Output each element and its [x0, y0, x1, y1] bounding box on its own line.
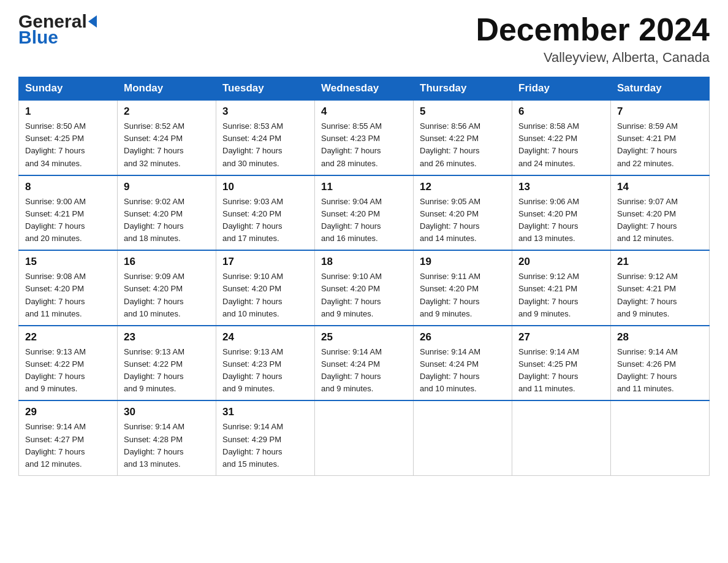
calendar-day-cell: 1Sunrise: 8:50 AM Sunset: 4:25 PM Daylig… [19, 100, 118, 175]
calendar-day-cell: 20Sunrise: 9:12 AM Sunset: 4:21 PM Dayli… [512, 250, 611, 326]
day-info: Sunrise: 9:04 AM Sunset: 4:20 PM Dayligh… [321, 197, 382, 243]
calendar-day-cell: 30Sunrise: 9:14 AM Sunset: 4:28 PM Dayli… [118, 400, 216, 475]
calendar-empty-cell [414, 400, 512, 475]
day-number: 29 [25, 406, 111, 418]
day-number: 25 [321, 331, 407, 343]
weekday-header-friday: Friday [512, 77, 611, 101]
day-number: 10 [222, 181, 308, 193]
day-info: Sunrise: 9:12 AM Sunset: 4:21 PM Dayligh… [518, 272, 579, 318]
calendar-day-cell: 14Sunrise: 9:07 AM Sunset: 4:20 PM Dayli… [611, 175, 710, 251]
day-info: Sunrise: 9:08 AM Sunset: 4:20 PM Dayligh… [25, 272, 86, 318]
calendar-day-cell: 23Sunrise: 9:13 AM Sunset: 4:22 PM Dayli… [118, 326, 216, 401]
calendar-week-row: 1Sunrise: 8:50 AM Sunset: 4:25 PM Daylig… [19, 100, 710, 175]
day-info: Sunrise: 8:59 AM Sunset: 4:21 PM Dayligh… [617, 121, 678, 167]
calendar-empty-cell [315, 400, 414, 475]
calendar-day-cell: 10Sunrise: 9:03 AM Sunset: 4:20 PM Dayli… [216, 175, 315, 251]
weekday-header-tuesday: Tuesday [216, 77, 315, 101]
logo: General Blue [18, 12, 97, 47]
calendar-empty-cell [512, 400, 611, 475]
weekday-header-row: SundayMondayTuesdayWednesdayThursdayFrid… [19, 77, 710, 101]
day-info: Sunrise: 9:14 AM Sunset: 4:24 PM Dayligh… [420, 347, 480, 393]
calendar-day-cell: 3Sunrise: 8:53 AM Sunset: 4:24 PM Daylig… [216, 100, 315, 175]
day-number: 16 [124, 256, 210, 268]
day-info: Sunrise: 9:03 AM Sunset: 4:20 PM Dayligh… [222, 197, 283, 243]
calendar-day-cell: 15Sunrise: 9:08 AM Sunset: 4:20 PM Dayli… [19, 250, 118, 326]
day-number: 22 [25, 331, 111, 343]
day-number: 17 [222, 256, 308, 268]
calendar-day-cell: 29Sunrise: 9:14 AM Sunset: 4:27 PM Dayli… [19, 400, 118, 475]
day-info: Sunrise: 8:56 AM Sunset: 4:22 PM Dayligh… [420, 121, 480, 167]
day-number: 12 [420, 181, 506, 193]
day-number: 9 [124, 181, 210, 193]
weekday-header-monday: Monday [118, 77, 216, 101]
day-number: 15 [25, 256, 111, 268]
day-info: Sunrise: 9:14 AM Sunset: 4:24 PM Dayligh… [321, 347, 382, 393]
day-info: Sunrise: 9:13 AM Sunset: 4:22 PM Dayligh… [25, 347, 86, 393]
day-number: 18 [321, 256, 407, 268]
calendar-day-cell: 7Sunrise: 8:59 AM Sunset: 4:21 PM Daylig… [611, 100, 710, 175]
calendar-day-cell: 8Sunrise: 9:00 AM Sunset: 4:21 PM Daylig… [19, 175, 118, 251]
calendar-day-cell: 27Sunrise: 9:14 AM Sunset: 4:25 PM Dayli… [512, 326, 611, 401]
day-number: 31 [222, 406, 308, 418]
day-number: 1 [25, 105, 111, 118]
day-number: 3 [222, 105, 308, 118]
day-number: 7 [617, 105, 703, 118]
day-info: Sunrise: 9:14 AM Sunset: 4:25 PM Dayligh… [518, 347, 579, 393]
day-info: Sunrise: 9:14 AM Sunset: 4:28 PM Dayligh… [124, 422, 184, 468]
calendar-week-row: 15Sunrise: 9:08 AM Sunset: 4:20 PM Dayli… [19, 250, 710, 326]
calendar-day-cell: 9Sunrise: 9:02 AM Sunset: 4:20 PM Daylig… [118, 175, 216, 251]
calendar-day-cell: 4Sunrise: 8:55 AM Sunset: 4:23 PM Daylig… [315, 100, 414, 175]
day-info: Sunrise: 9:10 AM Sunset: 4:20 PM Dayligh… [222, 272, 283, 318]
day-info: Sunrise: 9:14 AM Sunset: 4:26 PM Dayligh… [617, 347, 678, 393]
calendar-subtitle: Valleyview, Alberta, Canada [476, 50, 710, 66]
calendar-day-cell: 16Sunrise: 9:09 AM Sunset: 4:20 PM Dayli… [118, 250, 216, 326]
calendar-table: SundayMondayTuesdayWednesdayThursdayFrid… [18, 77, 710, 476]
day-info: Sunrise: 9:14 AM Sunset: 4:29 PM Dayligh… [222, 422, 283, 468]
calendar-day-cell: 18Sunrise: 9:10 AM Sunset: 4:20 PM Dayli… [315, 250, 414, 326]
day-info: Sunrise: 9:09 AM Sunset: 4:20 PM Dayligh… [124, 272, 184, 318]
logo-blue-text: Blue [18, 28, 97, 47]
calendar-week-row: 22Sunrise: 9:13 AM Sunset: 4:22 PM Dayli… [19, 326, 710, 401]
day-number: 27 [518, 331, 604, 343]
day-number: 11 [321, 181, 407, 193]
calendar-day-cell: 19Sunrise: 9:11 AM Sunset: 4:20 PM Dayli… [414, 250, 512, 326]
day-number: 5 [420, 105, 506, 118]
calendar-day-cell: 17Sunrise: 9:10 AM Sunset: 4:20 PM Dayli… [216, 250, 315, 326]
calendar-empty-cell [611, 400, 710, 475]
calendar-day-cell: 5Sunrise: 8:56 AM Sunset: 4:22 PM Daylig… [414, 100, 512, 175]
calendar-day-cell: 25Sunrise: 9:14 AM Sunset: 4:24 PM Dayli… [315, 326, 414, 401]
day-info: Sunrise: 9:06 AM Sunset: 4:20 PM Dayligh… [518, 197, 579, 243]
day-number: 20 [518, 256, 604, 268]
day-number: 8 [25, 181, 111, 193]
weekday-header-saturday: Saturday [611, 77, 710, 101]
day-info: Sunrise: 9:11 AM Sunset: 4:20 PM Dayligh… [420, 272, 480, 318]
calendar-day-cell: 12Sunrise: 9:05 AM Sunset: 4:20 PM Dayli… [414, 175, 512, 251]
day-number: 30 [124, 406, 210, 418]
weekday-header-wednesday: Wednesday [315, 77, 414, 101]
day-info: Sunrise: 8:58 AM Sunset: 4:22 PM Dayligh… [518, 121, 579, 167]
calendar-day-cell: 28Sunrise: 9:14 AM Sunset: 4:26 PM Dayli… [611, 326, 710, 401]
day-info: Sunrise: 9:12 AM Sunset: 4:21 PM Dayligh… [617, 272, 678, 318]
day-info: Sunrise: 8:50 AM Sunset: 4:25 PM Dayligh… [25, 121, 86, 167]
day-info: Sunrise: 9:14 AM Sunset: 4:27 PM Dayligh… [25, 422, 86, 468]
day-number: 26 [420, 331, 506, 343]
day-number: 28 [617, 331, 703, 343]
day-info: Sunrise: 9:02 AM Sunset: 4:20 PM Dayligh… [124, 197, 184, 243]
day-info: Sunrise: 9:07 AM Sunset: 4:20 PM Dayligh… [617, 197, 678, 243]
day-info: Sunrise: 9:00 AM Sunset: 4:21 PM Dayligh… [25, 197, 86, 243]
calendar-week-row: 8Sunrise: 9:00 AM Sunset: 4:21 PM Daylig… [19, 175, 710, 251]
day-number: 24 [222, 331, 308, 343]
calendar-day-cell: 24Sunrise: 9:13 AM Sunset: 4:23 PM Dayli… [216, 326, 315, 401]
day-info: Sunrise: 8:52 AM Sunset: 4:24 PM Dayligh… [124, 121, 184, 167]
calendar-day-cell: 22Sunrise: 9:13 AM Sunset: 4:22 PM Dayli… [19, 326, 118, 401]
day-info: Sunrise: 9:05 AM Sunset: 4:20 PM Dayligh… [420, 197, 480, 243]
weekday-header-thursday: Thursday [414, 77, 512, 101]
title-block: December 2024 Valleyview, Alberta, Canad… [476, 12, 710, 66]
day-number: 13 [518, 181, 604, 193]
calendar-day-cell: 11Sunrise: 9:04 AM Sunset: 4:20 PM Dayli… [315, 175, 414, 251]
calendar-week-row: 29Sunrise: 9:14 AM Sunset: 4:27 PM Dayli… [19, 400, 710, 475]
calendar-day-cell: 26Sunrise: 9:14 AM Sunset: 4:24 PM Dayli… [414, 326, 512, 401]
weekday-header-sunday: Sunday [19, 77, 118, 101]
calendar-day-cell: 2Sunrise: 8:52 AM Sunset: 4:24 PM Daylig… [118, 100, 216, 175]
logo-arrow-icon [88, 15, 97, 28]
